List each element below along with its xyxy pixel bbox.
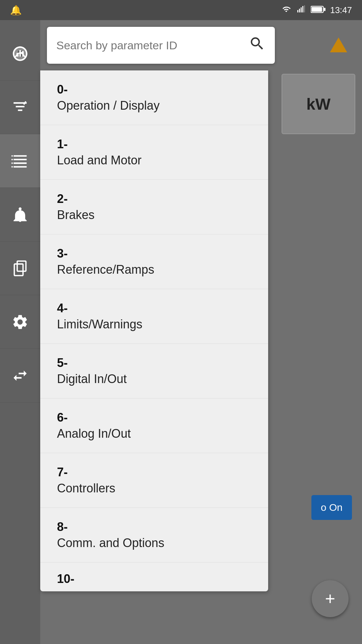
sidebar-item-dashboard[interactable] [0, 27, 40, 80]
svg-rect-4 [304, 5, 305, 12]
sidebar-item-filter[interactable] [0, 80, 40, 134]
svg-rect-3 [302, 6, 303, 12]
dropdown-item-7[interactable]: 7- Controllers [40, 453, 268, 508]
dropdown-item-4-number: 4- [57, 301, 251, 315]
signal-icon [296, 5, 306, 15]
settings-icon [11, 313, 29, 331]
dropdown-item-0[interactable]: 0- Operation / Display [40, 70, 268, 125]
dropdown-item-3-number: 3- [57, 247, 251, 261]
dropdown-item-1-number: 1- [57, 137, 251, 151]
auto-on-label: o On [321, 502, 343, 513]
sidebar-item-transfer[interactable] [0, 349, 40, 402]
wifi-icon [281, 5, 291, 15]
dropdown-item-5[interactable]: 5- Digital In/Out [40, 344, 268, 398]
status-left: 🔔 [10, 5, 22, 16]
sidebar-item-notifications[interactable] [0, 188, 40, 241]
svg-rect-6 [324, 8, 325, 11]
battery-icon [311, 5, 325, 15]
filter-icon [11, 99, 29, 116]
dropdown-item-2-label: Brakes [57, 208, 251, 222]
dropdown-item-8-label: Comm. and Options [57, 536, 251, 550]
svg-rect-0 [297, 10, 298, 12]
dropdown-item-7-number: 7- [57, 465, 251, 479]
notification-bell-icon: 🔔 [10, 5, 22, 16]
dropdown-item-6-label: Analog In/Out [57, 427, 251, 441]
dashboard-icon [11, 45, 29, 62]
copy-icon [11, 260, 29, 277]
svg-point-20 [11, 162, 13, 164]
svg-point-18 [11, 155, 13, 156]
auto-on-button[interactable]: o On [311, 495, 352, 520]
warning-area: ● [325, 27, 352, 64]
transfer-icon [11, 367, 29, 384]
dropdown-item-1-label: Load and Motor [57, 153, 251, 167]
dropdown-item-0-label: Operation / Display [57, 99, 251, 113]
svg-rect-22 [17, 261, 26, 271]
search-bar[interactable] [47, 27, 275, 64]
dropdown-item-3-label: Reference/Ramps [57, 263, 251, 277]
dropdown-item-partial[interactable]: 10- [40, 562, 268, 591]
dropdown-item-1[interactable]: 1- Load and Motor [40, 125, 268, 180]
status-time: 13:47 [330, 5, 352, 15]
dropdown-item-8[interactable]: 8- Comm. and Options [40, 508, 268, 562]
sidebar-item-list[interactable] [0, 134, 40, 188]
sidebar-item-copy[interactable] [0, 241, 40, 295]
search-icon [249, 35, 265, 55]
dropdown-item-0-number: 0- [57, 83, 251, 97]
dropdown-item-4-label: Limits/Warnings [57, 317, 251, 331]
dropdown-item-2[interactable]: 2- Brakes [40, 180, 268, 234]
content-area: ● kW 0- Operation / Display 1- Load and … [40, 20, 362, 644]
kw-card: kW [282, 74, 355, 134]
svg-rect-1 [299, 9, 300, 12]
svg-rect-7 [311, 7, 322, 12]
fab-icon: + [325, 589, 335, 609]
dropdown-item-5-label: Digital In/Out [57, 372, 251, 386]
svg-point-19 [11, 159, 13, 160]
status-bar: 🔔 13:47 [0, 0, 362, 20]
list-icon [11, 152, 29, 170]
svg-rect-2 [301, 7, 302, 12]
svg-line-13 [24, 101, 26, 104]
dropdown-item-2-number: 2- [57, 192, 251, 206]
dropdown-item-4[interactable]: 4- Limits/Warnings [40, 289, 268, 344]
fab-button[interactable]: + [312, 580, 349, 617]
sidebar-item-settings[interactable] [0, 295, 40, 349]
kw-label: kW [306, 95, 330, 113]
dropdown-item-7-label: Controllers [57, 481, 251, 495]
dropdown-overlay: 0- Operation / Display 1- Load and Motor… [40, 70, 268, 591]
dropdown-item-6[interactable]: 6- Analog In/Out [40, 398, 268, 453]
svg-point-21 [11, 166, 13, 167]
sidebar [0, 20, 40, 644]
search-input[interactable] [56, 39, 249, 52]
dropdown-item-6-number: 6- [57, 411, 251, 425]
dropdown-item-10-number: 10- [57, 572, 251, 586]
main-layout: ● kW 0- Operation / Display 1- Load and … [0, 20, 362, 644]
notifications-icon [11, 206, 29, 223]
status-right: 13:47 [281, 5, 352, 15]
dropdown-item-8-number: 8- [57, 520, 251, 534]
dropdown-item-5-number: 5- [57, 356, 251, 370]
dropdown-item-3[interactable]: 3- Reference/Ramps [40, 234, 268, 289]
svg-rect-23 [14, 264, 23, 276]
